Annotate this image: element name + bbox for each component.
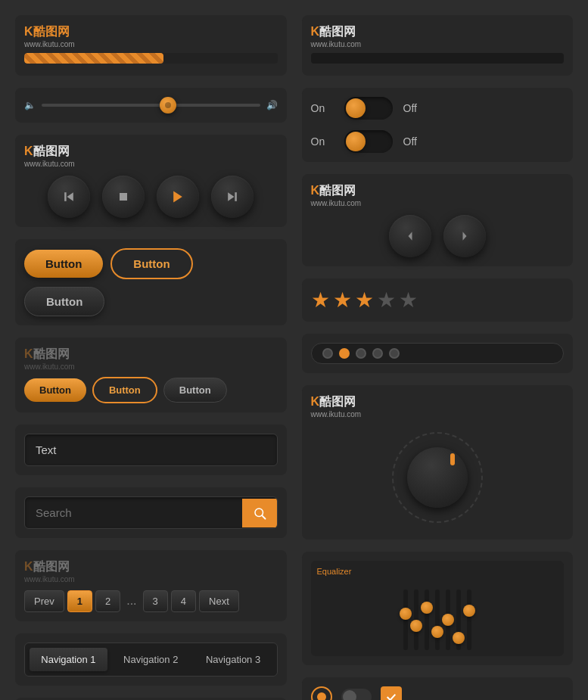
page-1-button[interactable]: 1 xyxy=(67,590,92,612)
watermark-media: K酷图网 www.ikutu.com xyxy=(24,144,278,168)
page-3-button[interactable]: 3 xyxy=(143,590,168,612)
svg-marker-3 xyxy=(173,191,182,203)
star-5[interactable]: ★ xyxy=(399,288,418,313)
eq-thumb-7[interactable] xyxy=(463,605,475,617)
equalizer-label: Equalizer xyxy=(317,567,558,576)
text-input[interactable] xyxy=(24,434,278,466)
eq-track-5[interactable] xyxy=(446,590,450,650)
progress-bar-fill xyxy=(24,53,163,64)
button-dark-2[interactable]: Button xyxy=(163,378,227,403)
prev-button[interactable] xyxy=(48,176,90,218)
page-prev-button[interactable]: Prev xyxy=(24,590,64,612)
radio-dot-2[interactable] xyxy=(339,348,350,359)
left-arrow-icon xyxy=(403,229,418,244)
eq-thumb-6[interactable] xyxy=(453,632,465,644)
search-icon xyxy=(253,506,266,520)
toggle-knob-1 xyxy=(346,98,366,118)
radio-circle-1[interactable] xyxy=(311,686,332,700)
nav-tab-1[interactable]: Navigation 1 xyxy=(30,648,107,671)
stop-button[interactable] xyxy=(102,176,145,218)
nav-tab-3[interactable]: Navigation 3 xyxy=(194,648,272,671)
search-button[interactable] xyxy=(242,499,277,527)
watermark-tr-title: K酷图网 xyxy=(311,24,565,40)
watermark-knob-title: K酷图网 xyxy=(311,394,565,410)
radio-dot-1[interactable] xyxy=(322,348,333,359)
small-toggle-1[interactable] xyxy=(341,689,372,700)
eq-thumb-4[interactable] xyxy=(431,626,443,638)
nav-tab-2[interactable]: Navigation 2 xyxy=(112,648,190,671)
checkbox-1[interactable] xyxy=(381,686,402,700)
button-dark-1[interactable]: Button xyxy=(24,287,104,316)
watermark-pagination-url: www.ikutu.com xyxy=(24,575,278,583)
toggles-section: On Off On Off xyxy=(302,88,574,162)
eq-bar-3 xyxy=(425,582,429,650)
equalizer-section: Equalizer xyxy=(302,552,574,665)
toggle-switch-2[interactable] xyxy=(344,130,393,153)
progress-bar-empty[interactable] xyxy=(311,53,565,64)
eq-thumb-1[interactable] xyxy=(400,608,412,620)
stars-row: ★ ★ ★ ★ ★ xyxy=(311,288,565,313)
svg-rect-5 xyxy=(235,192,238,201)
knob-inner-dial[interactable] xyxy=(407,447,468,508)
left-arrow-button[interactable] xyxy=(389,215,431,257)
radio-dot-4[interactable] xyxy=(372,348,383,359)
button-outline-1[interactable]: Button xyxy=(110,248,192,279)
watermark-pagination: K酷图网 www.ikutu.com xyxy=(24,559,278,583)
eq-thumb-5[interactable] xyxy=(442,614,454,626)
eq-bar-2 xyxy=(414,582,418,650)
watermark-top-right: K酷图网 www.ikutu.com xyxy=(311,24,565,48)
star-3[interactable]: ★ xyxy=(355,288,374,313)
pagination: Prev 1 2 ... 3 4 Next xyxy=(24,590,278,612)
button-outline-2[interactable]: Button xyxy=(92,377,157,403)
star-1[interactable]: ★ xyxy=(311,288,330,313)
eq-track-1[interactable] xyxy=(403,590,408,650)
toggle-knob-2 xyxy=(346,132,366,151)
eq-track-4[interactable] xyxy=(435,590,440,650)
watermark-btn: K酷图网 www.ikutu.com xyxy=(24,347,278,371)
stars-section: ★ ★ ★ ★ ★ xyxy=(302,278,574,322)
search-input[interactable] xyxy=(25,497,242,528)
pagination-section: K酷图网 www.ikutu.com Prev 1 2 ... 3 4 Next xyxy=(15,550,287,621)
radio-inner-1 xyxy=(317,692,326,700)
eq-bar-5 xyxy=(446,582,450,650)
eq-track-3[interactable] xyxy=(425,590,429,650)
buttons-section-1: Button Button Button xyxy=(15,239,287,325)
toggle-switch-1[interactable] xyxy=(344,97,393,120)
svg-rect-2 xyxy=(120,193,127,201)
page-2-button[interactable]: 2 xyxy=(95,590,120,612)
progress-bar[interactable] xyxy=(24,53,278,64)
slider-thumb-inner xyxy=(165,102,171,108)
slider-section: 🔈 🔊 xyxy=(15,88,287,123)
eq-track-7[interactable] xyxy=(467,590,471,650)
search-row xyxy=(24,496,278,529)
eq-track-2[interactable] xyxy=(414,590,418,650)
button-solid-2[interactable]: Button xyxy=(24,378,86,402)
slider-thumb[interactable] xyxy=(160,97,176,114)
eq-track-6[interactable] xyxy=(456,590,461,650)
progress-section: K酷图网 www.ikutu.com xyxy=(15,15,287,76)
eq-thumb-2[interactable] xyxy=(410,620,422,632)
slider-track[interactable] xyxy=(42,104,260,107)
button-solid-1[interactable]: Button xyxy=(24,250,103,278)
page-4-button[interactable]: 4 xyxy=(171,590,196,612)
next-button[interactable] xyxy=(211,176,254,218)
watermark-url: www.ikutu.com xyxy=(24,40,278,48)
eq-thumb-3[interactable] xyxy=(421,602,433,614)
search-section xyxy=(15,487,287,538)
toggle-row-1: On Off xyxy=(311,97,565,120)
page-next-button[interactable]: Next xyxy=(199,590,239,612)
radio-dot-3[interactable] xyxy=(356,348,366,359)
star-2[interactable]: ★ xyxy=(333,288,352,313)
navigation-tabs-section: Navigation 1 Navigation 2 Navigation 3 xyxy=(15,633,287,686)
radio-dot-5[interactable] xyxy=(389,348,400,359)
watermark-btn-title: K酷图网 xyxy=(24,347,278,362)
checkmark-icon xyxy=(385,691,397,700)
svg-marker-9 xyxy=(462,232,466,241)
play-button[interactable] xyxy=(157,176,199,218)
toggle-on-label-2: On xyxy=(311,135,334,148)
watermark-tr-url: www.ikutu.com xyxy=(311,40,565,48)
stop-icon xyxy=(116,189,131,204)
star-4[interactable]: ★ xyxy=(377,288,396,313)
right-arrow-button[interactable] xyxy=(443,215,486,257)
buttons-section-2: K酷图网 www.ikutu.com Button Button Button xyxy=(15,338,287,412)
